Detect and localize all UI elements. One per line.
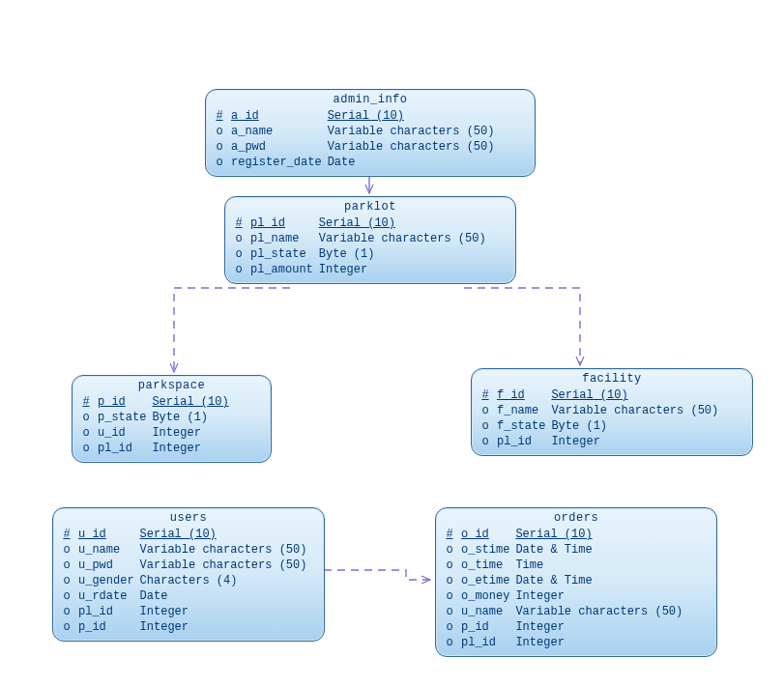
entity-title: orders — [436, 508, 716, 527]
attr-type: Byte (1) — [551, 418, 724, 434]
attr-type: Serial (10) — [140, 527, 313, 542]
attr-name: register_date — [231, 155, 328, 170]
table-row: oo_stimeDate & Time — [444, 542, 688, 558]
attr-type: Date & Time — [515, 573, 688, 588]
pk-marker: # — [233, 215, 250, 231]
attr-name: pl_id — [78, 604, 140, 619]
entity-facility: facility#f_idSerial (10)of_nameVariable … — [471, 368, 753, 456]
table-row: op_stateByte (1) — [80, 410, 235, 425]
entity-title: admin_info — [206, 90, 535, 108]
attr-type: Byte (1) — [319, 246, 492, 262]
attr-marker: o — [80, 441, 98, 456]
table-row: #pl_idSerial (10) — [233, 215, 492, 231]
pk-marker: # — [61, 527, 78, 542]
attr-name: u_name — [461, 604, 515, 619]
attr-name: pl_amount — [250, 262, 319, 277]
attr-type: Variable characters (50) — [140, 558, 313, 573]
attr-type: Date & Time — [515, 542, 688, 558]
attr-name: o_money — [461, 588, 515, 604]
attr-type: Variable characters (50) — [551, 403, 724, 418]
attr-name: f_state — [497, 418, 551, 434]
attr-name: p_id — [78, 619, 140, 635]
table-row: #o_idSerial (10) — [444, 527, 688, 542]
attr-type: Integer — [140, 604, 313, 619]
table-row: ou_rdateDate — [61, 588, 312, 604]
attr-name: p_state — [98, 410, 152, 425]
attr-marker: o — [444, 619, 461, 635]
attr-marker: o — [214, 155, 231, 170]
table-row: #p_idSerial (10) — [80, 394, 235, 410]
table-row: opl_idInteger — [61, 604, 312, 619]
attr-marker: o — [61, 619, 78, 635]
attr-name: u_name — [78, 542, 140, 558]
attr-marker: o — [444, 558, 461, 573]
er-diagram-canvas: admin_info#a_idSerial (10)oa_nameVariabl… — [0, 0, 784, 687]
table-row: ou_nameVariable characters (50) — [444, 604, 688, 619]
attr-marker: o — [233, 246, 250, 262]
attr-marker: o — [61, 558, 78, 573]
attr-type: Variable characters (50) — [328, 124, 501, 139]
attr-type: Characters (4) — [140, 573, 313, 588]
attr-type: Serial (10) — [328, 108, 501, 124]
attr-name: u_gender — [78, 573, 140, 588]
pk-marker: # — [444, 527, 461, 542]
attr-name: o_stime — [461, 542, 515, 558]
table-row: oa_nameVariable characters (50) — [214, 124, 500, 139]
attr-type: Variable characters (50) — [328, 139, 501, 155]
attr-marker: o — [479, 434, 497, 449]
edge-parklot-to-facility — [464, 288, 580, 365]
entity-users: users#u_idSerial (10)ou_nameVariable cha… — [52, 507, 325, 642]
attr-marker: o — [444, 635, 461, 650]
entity-attributes: #pl_idSerial (10)opl_nameVariable charac… — [233, 215, 492, 277]
table-row: ou_genderCharacters (4) — [61, 573, 312, 588]
attr-name: a_name — [231, 124, 328, 139]
pk-marker: # — [214, 108, 231, 124]
entity-attributes: #p_idSerial (10)op_stateByte (1)ou_idInt… — [80, 394, 235, 456]
entity-attributes: #f_idSerial (10)of_nameVariable characte… — [479, 387, 724, 449]
entity-parkspace: parkspace#p_idSerial (10)op_stateByte (1… — [72, 375, 272, 463]
entity-parklot: parklot#pl_idSerial (10)opl_nameVariable… — [224, 196, 516, 284]
attr-name: pl_id — [98, 441, 152, 456]
attr-type: Integer — [319, 262, 492, 277]
attr-marker: o — [444, 573, 461, 588]
table-row: ou_nameVariable characters (50) — [61, 542, 312, 558]
table-row: opl_idInteger — [444, 635, 688, 650]
entity-admin-info: admin_info#a_idSerial (10)oa_nameVariabl… — [205, 89, 536, 177]
attr-marker: o — [479, 418, 497, 434]
attr-type: Integer — [140, 619, 313, 635]
entity-title: facility — [472, 369, 752, 387]
attr-name: pl_name — [250, 231, 319, 246]
attr-name: u_id — [98, 425, 152, 441]
attr-type: Serial (10) — [319, 215, 492, 231]
attr-marker: o — [479, 403, 497, 418]
table-row: op_idInteger — [444, 619, 688, 635]
attr-type: Integer — [152, 425, 234, 441]
table-row: of_nameVariable characters (50) — [479, 403, 724, 418]
attr-type: Date — [328, 155, 501, 170]
attr-name: pl_state — [250, 246, 319, 262]
attr-type: Integer — [152, 441, 234, 456]
table-row: oo_etimeDate & Time — [444, 573, 688, 588]
attr-name: a_id — [231, 108, 328, 124]
pk-marker: # — [479, 387, 497, 403]
table-row: op_idInteger — [61, 619, 312, 635]
attr-name: p_id — [461, 619, 515, 635]
attr-name: o_time — [461, 558, 515, 573]
attr-marker: o — [61, 573, 78, 588]
table-row: ou_pwdVariable characters (50) — [61, 558, 312, 573]
attr-type: Byte (1) — [152, 410, 234, 425]
attr-marker: o — [214, 124, 231, 139]
attr-marker: o — [214, 139, 231, 155]
table-row: opl_stateByte (1) — [233, 246, 492, 262]
attr-marker: o — [233, 231, 250, 246]
entity-title: parkspace — [73, 376, 271, 394]
table-row: opl_idInteger — [479, 434, 724, 449]
attr-name: pl_id — [461, 635, 515, 650]
attr-type: Serial (10) — [551, 387, 724, 403]
attr-type: Integer — [551, 434, 724, 449]
table-row: oa_pwdVariable characters (50) — [214, 139, 500, 155]
attr-name: pl_id — [250, 215, 319, 231]
attr-name: a_pwd — [231, 139, 328, 155]
attr-type: Integer — [515, 619, 688, 635]
entity-title: parklot — [225, 197, 515, 215]
